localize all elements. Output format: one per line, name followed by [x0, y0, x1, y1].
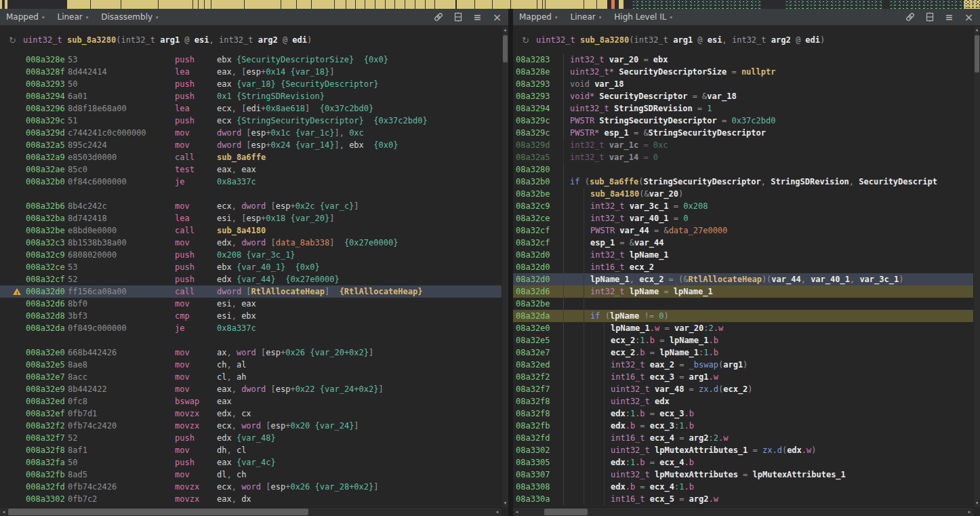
- hlil-row[interactable]: 08a3302uint32_t lpMutexAttributes_1 = zx…: [513, 444, 980, 456]
- feature-map-segment[interactable]: [457, 0, 607, 9]
- disasm-row[interactable]: 008a32e98b442422moveax, dword [esp+0x22 …: [0, 383, 508, 395]
- hlil-horizontal-scrollbar[interactable]: ◂ ▸: [513, 507, 973, 516]
- hlil-row[interactable]: 08a32d6int32_t lpName = lpName_1: [513, 285, 980, 298]
- disasm-row[interactable]: 008a32d83bf3cmpesi, ebx: [0, 310, 508, 322]
- scrollbar-thumb[interactable]: [975, 35, 979, 73]
- scroll-down-icon[interactable]: ▾: [502, 500, 508, 507]
- hlil-row[interactable]: 08a32b0if (sub_8a6ffe(StringSecurityDesc…: [513, 176, 980, 188]
- close-icon[interactable]: ×: [964, 12, 974, 22]
- link-icon[interactable]: [433, 12, 443, 22]
- scrollbar-thumb[interactable]: [544, 509, 588, 515]
- link-icon[interactable]: [905, 12, 915, 22]
- disasm-row[interactable]: 008a32b68b4c242cmovecx, dword [esp+0x2c …: [0, 200, 508, 212]
- disassembly-horizontal-scrollbar[interactable]: ◂ ▸: [0, 507, 502, 516]
- hlil-row[interactable]: 08a32cfPWSTR var_44 = &data_27e0000: [513, 224, 980, 237]
- feature-map-segment[interactable]: [0, 0, 2, 9]
- feature-map-segment[interactable]: [889, 0, 964, 9]
- pane-splitter[interactable]: [508, 9, 513, 516]
- hlil-row[interactable]: 08a32be: [513, 298, 980, 310]
- scroll-right-icon[interactable]: ▸: [494, 508, 502, 516]
- menu-icon[interactable]: ≡: [472, 12, 483, 22]
- il-level-dropdown[interactable]: High Level IL ▾: [614, 12, 672, 22]
- scrollbar-thumb[interactable]: [8, 509, 308, 515]
- disasm-row[interactable]: 008a32f20fb74c2420movzxecx, word [esp+0x…: [0, 420, 508, 432]
- scroll-left-icon[interactable]: ◂: [0, 508, 7, 516]
- menu-icon[interactable]: ≡: [944, 12, 954, 22]
- feature-map-segment[interactable]: [964, 0, 980, 9]
- disasm-row[interactable]: 008a329c51pushecx {StringSecurityDescrip…: [0, 115, 508, 127]
- disasm-row[interactable]: 008a32da0f849c000000je0x8a337c: [0, 322, 508, 334]
- disasm-row[interactable]: 008a32e0668b442426movax, word [esp+0x26 …: [0, 346, 508, 359]
- scroll-up-icon[interactable]: ▴: [502, 26, 508, 34]
- feature-map-segment[interactable]: [5, 0, 7, 9]
- disasm-row[interactable]: 008a32ba8d742418leaesi, [esp+0x18 {var_2…: [0, 212, 508, 224]
- disasm-row[interactable]: [0, 188, 508, 200]
- scroll-up-icon[interactable]: ▴: [974, 26, 980, 34]
- hlil-row[interactable]: 08a32fbedx.b = ecx_3:1.b: [513, 420, 980, 432]
- disasm-row[interactable]: 008a32a5895c2424movdword [esp+0x24 {var_…: [0, 139, 508, 151]
- view-mode-dropdown[interactable]: Mapped ▾: [6, 12, 44, 22]
- hlil-row[interactable]: 08a32f8uint32_t edx: [513, 395, 980, 408]
- disasm-row[interactable]: 008a32fb8ad5movdl, ch: [0, 469, 508, 481]
- disasm-row[interactable]: 008a32fd0fb74c2426movzxecx, word [esp+0x…: [0, 481, 508, 493]
- feature-map-segment[interactable]: [619, 0, 624, 9]
- split-pane-icon[interactable]: [453, 12, 463, 22]
- disasm-row[interactable]: 008a32f88af1movdh, cl: [0, 444, 508, 456]
- hlil-row[interactable]: 08a329cPWSTR* esp_1 = &StringSecurityDes…: [513, 127, 980, 139]
- hlil-row[interactable]: 08a32daif (lpName != 0): [513, 310, 980, 322]
- hlil-row[interactable]: 08a32e0lpName_1.w = var_20:2.w: [513, 322, 980, 334]
- disasm-row[interactable]: [0, 334, 508, 346]
- hlil-row[interactable]: 08a32f7uint32_t var_48 = zx.d(ecx_2): [513, 383, 980, 395]
- il-level-dropdown[interactable]: Disassembly ▾: [101, 12, 158, 22]
- view-mode-dropdown[interactable]: Mapped ▾: [519, 12, 557, 22]
- disasm-row[interactable]: 008a32d0ff156ca08a00calldword [RtlAlloca…: [0, 285, 508, 298]
- hlil-row[interactable]: 08a328euint32_t* SecurityDescriptorSize …: [513, 66, 980, 78]
- feature-map-segment[interactable]: [611, 0, 615, 9]
- disasm-row[interactable]: 008a32ae85c0testeax, eax: [0, 163, 508, 176]
- function-signature[interactable]: ↻ uint32_t sub_8a3280(int32_t arg1 @ esi…: [0, 33, 508, 47]
- disasm-row[interactable]: 008a32c96808020000push0x208 {var_3c_1}: [0, 249, 508, 261]
- hlil-row[interactable]: 08a329dint32_t var_1c = 0xc: [513, 139, 980, 151]
- disasm-row[interactable]: 008a32ef0fb7d1movzxedx, cx: [0, 408, 508, 420]
- disasm-row[interactable]: 008a32a9e8503d0000callsub_8a6ffe: [0, 151, 508, 163]
- layout-dropdown[interactable]: Linear ▾: [570, 12, 601, 22]
- hlil-row[interactable]: 08a329cPWSTR StringSecurityDescriptor = …: [513, 115, 980, 127]
- disasm-row[interactable]: 008a32ce53pushebx {var_40_1} {0x0}: [0, 261, 508, 273]
- hlil-row[interactable]: 08a32cfesp_1 = &var_44: [513, 237, 980, 249]
- disasm-row[interactable]: 008a329dc744241c0c000000movdword [esp+0x…: [0, 127, 508, 139]
- scrollbar-thumb[interactable]: [503, 35, 508, 62]
- feature-map[interactable]: [0, 0, 980, 9]
- disasm-row[interactable]: 008a32bee8bd0e0000callsub_8a4180: [0, 224, 508, 237]
- hlil-row[interactable]: 08a32e7ecx_2.b = lpName_1:1.b: [513, 346, 980, 359]
- disasm-row[interactable]: 008a32fa50pusheax {var_4c}: [0, 456, 508, 469]
- scroll-right-icon[interactable]: ▸: [966, 508, 973, 516]
- disasm-row[interactable]: 008a32d68bf0movesi, eax: [0, 298, 508, 310]
- disassembly-vertical-scrollbar[interactable]: ▴ ▾: [502, 26, 508, 507]
- disasm-row[interactable]: 008a32f752pushedx {var_48}: [0, 432, 508, 444]
- disasm-row[interactable]: 008a32cf52pushedx {var_44} {0x27e0000}: [0, 273, 508, 285]
- hlil-row[interactable]: 08a32f8edx:1.b = ecx_3.b: [513, 408, 980, 420]
- feature-map-segment[interactable]: [785, 0, 882, 9]
- hlil-row[interactable]: 08a3307uint32_t lpMutexAttributes = lpMu…: [513, 469, 980, 481]
- disasm-row[interactable]: 008a32968d8f18e68a00leaecx, [edi+0x8ae61…: [0, 102, 508, 115]
- hlil-row[interactable]: 08a3294uint32_t StringSDRevision = 1: [513, 102, 980, 115]
- layout-dropdown[interactable]: Linear ▾: [57, 12, 88, 22]
- disasm-row[interactable]: 008a328f8d442414leaeax, [esp+0x14 {var_1…: [0, 66, 508, 78]
- hlil-row[interactable]: 08a3293void* SecurityDescriptor = &var_1…: [513, 90, 980, 102]
- hlil-row[interactable]: 08a3305edx:1.b = ecx_4.b: [513, 456, 980, 469]
- disasm-row[interactable]: 008a32e78accmovcl, ah: [0, 371, 508, 383]
- disasm-row[interactable]: 008a32b00f84c6000000je0x8a337c: [0, 176, 508, 188]
- scroll-down-icon[interactable]: ▾: [974, 500, 980, 507]
- hlil-row[interactable]: 08a32besub_8a4180(&var_20): [513, 188, 980, 200]
- hlil-row[interactable]: 08a32d0lpName_1, ecx_2 = (&RtlAllocateHe…: [513, 273, 980, 285]
- split-pane-icon[interactable]: [924, 12, 935, 22]
- hlil-row[interactable]: 08a32a5int32_t var_14 = 0: [513, 151, 980, 163]
- hlil-row[interactable]: 08a32d0int16_t ecx_2: [513, 261, 980, 273]
- disasm-row[interactable]: 008a329350pusheax {var_18} {SecurityDesc…: [0, 78, 508, 90]
- disasm-row[interactable]: 008a33020fb7c2movzxeax, dx: [0, 493, 508, 505]
- hlil-row[interactable]: 08a32fdint16_t ecx_4 = arg2:2.w: [513, 432, 980, 444]
- feature-map-segment[interactable]: [67, 0, 455, 9]
- hlil-row[interactable]: 08a330aint16_t ecx_5 = arg2.w: [513, 493, 980, 505]
- close-icon[interactable]: ×: [492, 12, 502, 22]
- disasm-row[interactable]: 008a32e58ae8movch, al: [0, 359, 508, 371]
